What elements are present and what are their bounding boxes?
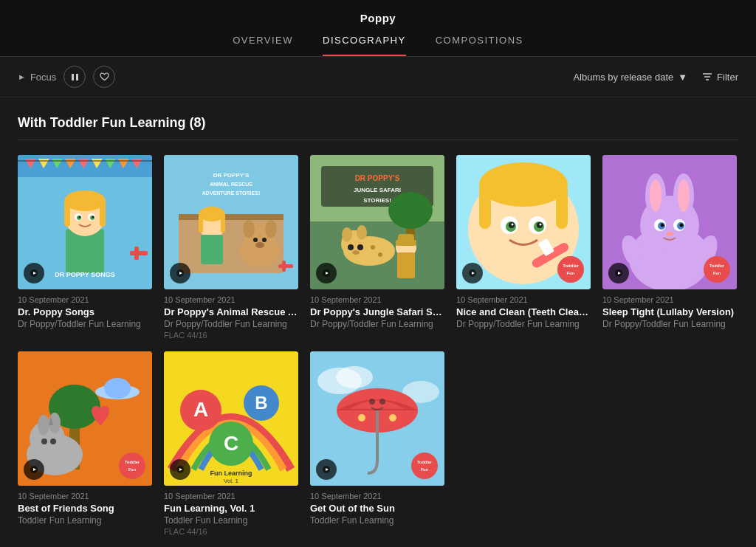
play-button[interactable] (316, 263, 337, 283)
content-area: With Toddler Fun Learning (8) (0, 97, 756, 547)
album-card[interactable]: Toddler Fun 10 September 2021Best of Fri… (18, 351, 152, 536)
svg-point-43 (253, 238, 258, 242)
svg-text:Fun: Fun (128, 467, 137, 472)
svg-point-90 (540, 224, 542, 226)
heart-icon (100, 72, 109, 81)
svg-point-156 (369, 399, 375, 405)
svg-text:C: C (224, 432, 238, 455)
section-title: With Toddler Fun Learning (8) (18, 115, 738, 140)
filter-label: Filter (717, 72, 738, 83)
album-title: Dr Poppy's Jungle Safari Stories! (310, 306, 444, 317)
svg-rect-38 (179, 214, 284, 220)
play-button[interactable] (170, 459, 190, 480)
heart-icon-button[interactable] (93, 66, 115, 88)
album-date: 10 September 2021 (310, 295, 444, 304)
chevron-down-icon: ▼ (678, 72, 687, 83)
focus-label: Focus (30, 72, 56, 83)
svg-text:Toddler: Toddler (709, 264, 725, 268)
pause-icon-button[interactable] (63, 66, 86, 88)
svg-rect-81 (479, 185, 491, 229)
svg-point-127 (50, 438, 56, 444)
svg-point-102 (650, 179, 662, 212)
filter-button[interactable]: Filter (702, 72, 738, 83)
album-card[interactable]: Toddler Fun 10 September 2021Nice and Cl… (456, 155, 591, 340)
album-date: 10 September 2021 (602, 295, 737, 304)
tab-overview[interactable]: OVERVIEW (233, 35, 293, 56)
svg-rect-82 (556, 185, 568, 229)
svg-point-124 (38, 415, 49, 436)
svg-point-62 (388, 192, 433, 229)
svg-text:DR POPPY SONGS: DR POPPY SONGS (55, 271, 114, 278)
toolbar-right: Albums by release date ▼ Filter (573, 72, 738, 83)
album-card[interactable]: DR POPPY'S JUNGLE SAFARI STORIES! 10 Sep… (310, 155, 444, 340)
album-cover: Toddler Fun (310, 351, 444, 486)
svg-point-67 (348, 244, 354, 250)
album-date: 10 September 2021 (164, 295, 298, 304)
svg-point-41 (243, 220, 255, 238)
play-button[interactable] (316, 459, 337, 480)
album-cover: Toddler Fun (18, 351, 152, 486)
svg-rect-49 (221, 214, 225, 233)
pause-icon (70, 72, 80, 82)
svg-text:STORIES!: STORIES! (363, 197, 391, 204)
header: Poppy OVERVIEW DISCOGRAPHY COMPOSITIONS (0, 0, 756, 57)
album-date: 10 September 2021 (456, 295, 591, 304)
svg-text:Fun Learning: Fun Learning (210, 469, 252, 477)
svg-rect-75 (397, 252, 415, 278)
album-cover: DR POPPY SONGS (18, 155, 152, 289)
tab-compositions[interactable]: COMPOSITIONS (436, 35, 523, 56)
album-format: FLAC 44/16 (164, 527, 298, 536)
album-date: 10 September 2021 (164, 492, 298, 500)
svg-point-68 (357, 244, 363, 250)
svg-text:ANIMAL RESCUE: ANIMAL RESCUE (210, 182, 253, 187)
album-card[interactable]: DR POPPY'S ANIMAL RESCUE ADVENTURE STORI… (164, 155, 298, 340)
album-card[interactable]: A B C Fun Learning Vol. 1 10 September 2… (164, 351, 298, 536)
play-button[interactable] (24, 459, 44, 480)
album-card[interactable]: Toddler Fun 10 September 2021Get Out of … (310, 351, 444, 536)
svg-rect-6 (18, 155, 152, 177)
svg-point-149 (336, 366, 373, 388)
album-title: Get Out of the Sun (310, 503, 444, 514)
album-card[interactable]: DR POPPY SONGS 10 September 2021Dr. Popp… (18, 155, 152, 340)
album-card[interactable]: Toddler Fun 10 September 2021Sleep Tight… (602, 155, 737, 340)
album-artist: Toddler Fun Learning (18, 515, 152, 526)
album-artist: Dr Poppy/Toddler Fun Learning (310, 319, 444, 329)
album-date: 10 September 2021 (310, 492, 444, 500)
toolbar: ► Focus Albums by release date ▼ Filter (0, 57, 756, 97)
svg-point-126 (41, 438, 47, 444)
sort-button[interactable]: Albums by release date ▼ (573, 72, 687, 83)
play-button[interactable] (608, 263, 629, 283)
svg-rect-1 (76, 74, 78, 80)
play-button[interactable] (462, 263, 483, 283)
svg-point-69 (352, 250, 360, 255)
album-cover: DR POPPY'S ANIMAL RESCUE ADVENTURE STORI… (164, 155, 298, 289)
svg-point-110 (680, 224, 684, 227)
svg-rect-20 (64, 201, 70, 227)
svg-rect-50 (201, 235, 223, 264)
album-cover: DR POPPY'S JUNGLE SAFARI STORIES! (310, 155, 444, 289)
svg-text:DR POPPY'S: DR POPPY'S (213, 172, 250, 179)
svg-text:A: A (193, 398, 208, 421)
play-button[interactable] (24, 263, 44, 283)
play-button[interactable] (170, 263, 190, 283)
svg-text:ADVENTURE STORIES!: ADVENTURE STORIES! (202, 190, 260, 196)
svg-point-80 (479, 162, 568, 207)
album-title: Best of Friends Song (18, 503, 152, 514)
focus-button[interactable]: ► Focus (18, 72, 56, 83)
svg-point-158 (411, 453, 438, 479)
svg-rect-52 (282, 261, 286, 272)
svg-point-104 (678, 179, 690, 212)
svg-point-71 (378, 252, 382, 257)
album-artist: Dr Poppy/Toddler Fun Learning (164, 319, 298, 329)
tab-discography[interactable]: DISCOGRAPHY (323, 35, 406, 56)
svg-point-45 (255, 242, 264, 248)
svg-point-65 (342, 227, 352, 242)
svg-point-109 (661, 224, 664, 227)
svg-rect-29 (134, 247, 139, 260)
album-cover: A B C Fun Learning Vol. 1 (164, 351, 298, 486)
svg-text:Vol. 1: Vol. 1 (224, 478, 239, 484)
svg-point-27 (92, 216, 94, 219)
svg-text:Toddler: Toddler (417, 460, 433, 464)
svg-point-44 (262, 238, 267, 242)
artist-name: Poppy (0, 12, 756, 24)
